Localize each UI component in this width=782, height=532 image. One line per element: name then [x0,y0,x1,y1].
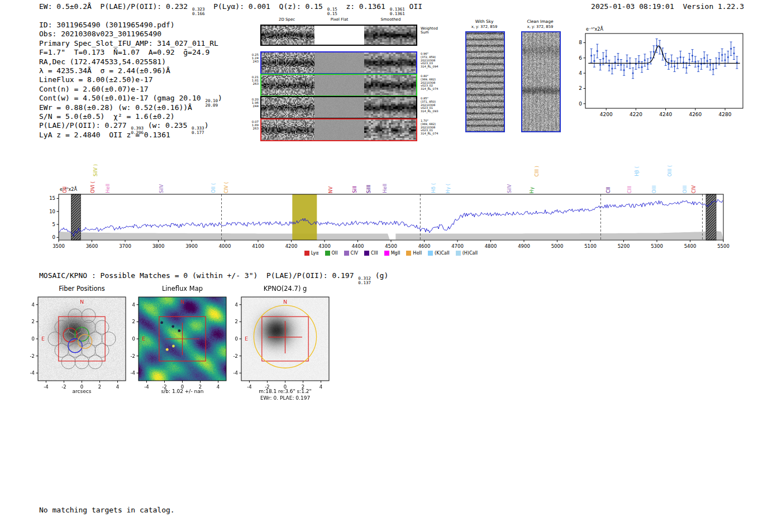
svg-text:0: 0 [53,234,55,240]
clean-image [521,31,561,132]
svg-text:4220: 4220 [630,112,642,117]
svg-text:-4: -4 [131,370,135,376]
right-label-line: 314_RL_093 [421,110,446,113]
cutout-row-right-label: 0.85"(371, 850)20210308v023_01314_RL_093 [421,97,446,113]
svg-text:8: 8 [579,40,582,45]
full-spectrum-svg: 3500360037003800390040004100420043004400… [0,150,782,264]
lineflux-map-xlabel: s/b: 1.02 +/- nan [133,389,232,394]
info-line: RA,Dec (172.474533,54.025581) [39,57,222,66]
legend-item: CIV [344,251,358,256]
legend-item: (K)CaII [428,251,450,256]
info-line: Cont(w) = 4.50(±0.01)e-17 (gmag 20.10 20… [39,94,222,103]
svg-text:5200: 5200 [618,243,630,249]
svg-text:E: E [245,336,248,342]
cutout-row [260,118,417,141]
cutout-pixelflat-canvas [314,97,364,118]
clean-image-coords: x, y: 372, 859 [512,25,568,29]
column-header-2d-spec: 2D Spec [260,17,313,22]
cutout-2dspec-canvas [261,97,314,118]
header-summary: EW: 0.5±0.2Å P(LAE)/P(OII): 0.232 0.3230… [39,2,422,16]
legend-item: (H)CaII [456,251,478,256]
svg-text:5500: 5500 [717,243,729,249]
svg-text:4100: 4100 [252,243,264,249]
svg-text:5100: 5100 [584,243,597,249]
cutout-row [260,96,417,119]
legend-item: HeII [406,251,422,256]
left-label-line: 263 [245,127,259,130]
info-line: λ = 4235.34Å σ = 2.44(±0.96)Å [39,66,222,75]
elixer-report-page: { "page":{"timestamp":"2025-01-03 08:19:… [0,0,782,532]
svg-text:3700: 3700 [119,243,131,249]
legend-swatch [456,251,461,256]
legend-item: CIII [364,251,378,256]
svg-text:3800: 3800 [152,243,165,249]
clean-image-title: Clean Image [512,19,568,24]
cutout-smoothed-canvas [364,26,416,45]
svg-text:E: E [41,336,45,342]
svg-text:4200: 4200 [285,243,298,249]
svg-text:-4: -4 [233,370,238,376]
info-line: P(LAE)/P(OII): 0.277 0.3930.206 (w: 0.23… [39,121,222,130]
version-stamp: 2025-01-03 08:19:01 Version 1.22.3 [591,2,744,11]
with-sky-title: With Sky [456,19,512,24]
cutout-2dspec-canvas [261,119,314,140]
legend-label: CIII [371,251,378,256]
svg-text:0: 0 [32,336,35,342]
cutout-row [260,74,417,97]
footer-line-1: No matching targets in catalog. [39,506,175,515]
svg-text:-4: -4 [30,370,35,376]
svg-text:4: 4 [32,302,35,308]
svg-text:N: N [180,299,184,305]
cutout-row-right-label: 0.80"(369, 682)20210308v023_02314_RL_074 [421,75,446,91]
info-line: Obs: 20210308v023_3011965490 [39,30,222,39]
cutout-row [260,25,417,46]
cutout-pixelflat-canvas [314,52,364,73]
legend-swatch [406,251,411,256]
svg-text:4300: 4300 [318,243,331,249]
legend-swatch [344,251,349,256]
svg-text:4260: 4260 [689,112,702,117]
cutout-row-right-label: 1.70"(369, 682)20210308v023_01314_RL_074 [421,119,446,136]
legend-swatch [384,251,389,256]
svg-text:3500: 3500 [53,243,65,249]
kpno-g-xlabel: m:18.1 re:3.6" s:1.2" [236,389,335,394]
info-line: Cont(n) = 2.60(±0.07)e-17 [39,85,222,94]
svg-text:-2: -2 [233,353,238,359]
legend-label: HeII [413,251,422,256]
cutout-pixelflat-canvas [314,119,364,140]
svg-text:4280: 4280 [719,112,732,117]
cutout-row-left-label: 0.071.89263 [245,120,259,131]
kpno-g-overlay: -4-4-2-2002244NE [220,285,354,405]
right-label-line: 314_RL_074 [421,132,446,136]
legend-label: (H)CaII [462,251,478,256]
left-label-line: 263 [245,82,259,85]
info-line: S/N = 5.0(±0.5) χ² = 1.6(±0.2) [39,112,222,121]
svg-text:5000: 5000 [551,243,564,249]
column-header-smoothed: Smoothed [364,17,417,22]
right-label-line: 314_RL_094 [421,65,446,69]
full-spectrum-plot: OIIOVI (SiIV )HeIISiIVOII (CIV (NVSiIISi… [0,150,782,264]
right-label-line: 314_RL_074 [421,88,446,91]
legend-label: (K)CaII [435,251,450,256]
with-sky-coords: x, y: 372, 859 [456,25,512,29]
cutout-row-left-label: 0.251.24243 [245,53,259,64]
legend-item: OII [325,251,338,256]
svg-text:-2: -2 [30,353,35,359]
info-line: EWr = 0.88(±0.28) (w: 0.52(±0.16))Å [39,103,222,112]
weighted-sum-label: WeightedSum [421,27,446,35]
svg-text:N: N [80,299,84,305]
svg-text:0: 0 [132,336,135,342]
svg-text:2: 2 [32,319,35,324]
svg-text:4500: 4500 [385,243,397,249]
svg-text:0: 0 [235,336,238,342]
cutout-row-left-label: 0.201.96244 [245,98,259,108]
cutout-pixelflat-canvas [314,75,364,95]
zoom-plot-svg: 4200422042404260428002468 [567,31,751,123]
cutout-row-right-label: 0.96"(372, 859)20210308v023_03314_RL_094 [421,52,446,69]
cutout-smoothed-canvas [364,52,416,73]
svg-text:4: 4 [579,70,582,76]
cutout-row-left-label: 0.211.81263 [245,75,259,86]
legend-swatch [325,251,330,256]
info-line: ID: 3011965490 (3011965490.pdf) [39,21,222,30]
cutout-row [260,51,417,74]
